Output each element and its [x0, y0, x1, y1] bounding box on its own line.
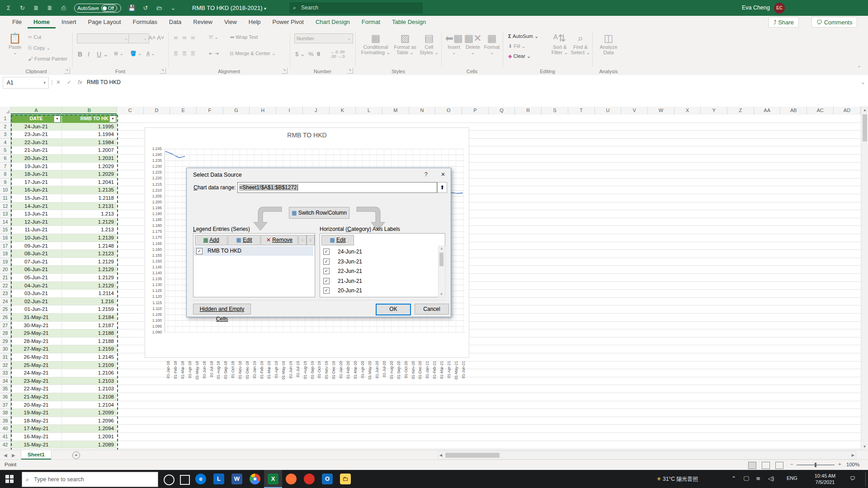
cell-value[interactable]: 1.2187 [62, 322, 117, 329]
row-header[interactable]: 27 [0, 322, 11, 330]
insert-cells-button[interactable]: ⬅▦Insert⌄ [445, 33, 463, 56]
row-header[interactable]: 32 [0, 361, 11, 370]
enter-entry-icon[interactable]: ✓ [64, 77, 74, 88]
row-header[interactable]: 29 [0, 338, 11, 346]
row-header[interactable]: 9 [0, 178, 11, 187]
cell-value[interactable]: 1.2184 [62, 314, 117, 321]
legend-entry-row[interactable]: ✓RMB TO HKD [194, 246, 313, 256]
print-preview-icon[interactable]: ⎙ [58, 0, 70, 16]
row-header[interactable]: 1 [0, 115, 11, 123]
cell-value[interactable]: 1.2114 [62, 290, 117, 297]
horizontal-scrollbar[interactable]: ◀ ▶ [438, 451, 856, 460]
cell-date[interactable]: 15-Jun-21 [11, 194, 62, 202]
row-header[interactable]: 8 [0, 170, 11, 178]
cell-value[interactable]: 1.2099 [62, 409, 117, 417]
collapse-dialog-icon[interactable]: ⬆ [437, 182, 447, 193]
row-header[interactable]: 38 [0, 409, 11, 417]
row-header[interactable]: 35 [0, 385, 11, 393]
cell-date[interactable]: 17-Jun-21 [11, 178, 62, 186]
cell-date[interactable]: 20-May-21 [11, 401, 62, 409]
word-icon[interactable]: W [231, 474, 242, 484]
cell-value[interactable]: 1.2188 [62, 338, 117, 345]
vertical-scrollbar[interactable]: ▲ ▼ [861, 107, 868, 450]
column-header-Q[interactable]: Q [489, 107, 515, 114]
cell-date[interactable]: 20-Jun-21 [11, 155, 62, 162]
row-header[interactable]: 30 [0, 345, 11, 353]
cell-date[interactable]: 03-Jun-21 [11, 290, 62, 297]
cell-value[interactable]: 1.2129 [62, 218, 117, 226]
tab-view[interactable]: View [218, 16, 243, 28]
dialog-help-icon[interactable]: ? [425, 171, 428, 178]
cell-date[interactable]: 23-May-21 [11, 377, 62, 385]
checkbox-icon[interactable]: ✓ [323, 249, 330, 255]
tab-power-pivot[interactable]: Power Pivot [267, 16, 310, 28]
filter-dropdown-icon[interactable]: ▼ [109, 116, 116, 122]
cell-date[interactable]: 06-Jun-21 [11, 266, 62, 273]
row-header[interactable]: 7 [0, 163, 11, 171]
row-header[interactable]: 42 [0, 441, 11, 449]
row-header[interactable]: 39 [0, 417, 11, 425]
merge-center-button[interactable]: ⊟ Merge & Center ⌄ [230, 51, 276, 56]
cell-value[interactable]: 1.1984 [62, 139, 117, 146]
column-header-I[interactable]: I [276, 107, 303, 114]
accounting-format-button[interactable]: $ ⌄ % 9 [295, 51, 320, 57]
zoom-slider[interactable] [797, 465, 835, 465]
fill-color-button[interactable]: 🪣 ⌄ [130, 51, 142, 56]
tab-page-layout[interactable]: Page Layout [82, 16, 127, 28]
cell-date[interactable]: 17-May-21 [11, 425, 62, 432]
share-button[interactable]: ⤴ Share [769, 17, 799, 28]
cell-date[interactable]: 26-May-21 [11, 353, 62, 361]
cell-value[interactable]: 1.2106 [62, 369, 117, 377]
row-header[interactable]: 4 [0, 139, 11, 147]
column-header-P[interactable]: P [462, 107, 489, 114]
cell-value[interactable]: 1.2091 [62, 433, 117, 441]
column-header-E[interactable]: E [170, 107, 197, 114]
dialog-launcher-icon[interactable]: ⇘ [160, 68, 166, 74]
copy-button[interactable]: ⎘ Copy ⌄ [28, 45, 51, 51]
number-format-combo[interactable]: Number⌄ [294, 33, 353, 43]
cell-value[interactable]: 1.2129 [62, 258, 117, 266]
blue-l-app-icon[interactable]: L [213, 474, 224, 484]
cell-value[interactable]: 1.2104 [62, 401, 117, 409]
cell-date[interactable]: 24-May-21 [11, 369, 62, 377]
cell-value[interactable]: 1.2029 [62, 170, 117, 178]
redo-circle-icon[interactable]: ↻ [16, 0, 28, 16]
hidden-icons-chevron-icon[interactable]: ⌃ [731, 475, 736, 482]
cell-value[interactable]: 1.2118 [62, 194, 117, 202]
file-explorer-icon[interactable]: 🗀 [340, 474, 351, 484]
row-header[interactable]: 25 [0, 305, 11, 314]
cortana-icon[interactable] [164, 474, 175, 485]
axis-label-row[interactable]: ✓23-Jun-21 [321, 257, 436, 267]
cell-date[interactable]: 28-May-21 [11, 338, 62, 345]
row-header[interactable]: 2 [0, 123, 11, 131]
cell-date[interactable]: 19-May-21 [11, 409, 62, 417]
language-indicator[interactable]: ENG [787, 475, 797, 481]
row-header[interactable]: 14 [0, 218, 11, 226]
row-header[interactable]: 15 [0, 226, 11, 234]
fill-button[interactable]: ⬇ Fill ⌄ [508, 43, 526, 49]
cell-value[interactable]: 1.213 [62, 226, 117, 234]
column-header-R[interactable]: R [515, 107, 542, 114]
checkbox-icon[interactable]: ✓ [196, 248, 203, 254]
chrome-icon[interactable] [250, 474, 260, 484]
row-header[interactable]: 24 [0, 298, 11, 306]
cell-date[interactable]: 27-May-21 [11, 345, 62, 353]
column-header-AB[interactable]: AB [781, 107, 807, 114]
excel-icon[interactable]: X [268, 474, 278, 484]
cell-value[interactable]: 1.216 [62, 298, 117, 305]
tab-data[interactable]: Data [163, 16, 187, 28]
cell-value[interactable]: 1.2041 [62, 178, 117, 186]
cell-value[interactable]: 1.2159 [62, 345, 117, 353]
vertical-align-buttons[interactable]: ⚌ ⚌ ⚌ [174, 34, 197, 40]
column-header-C[interactable]: C [117, 107, 144, 114]
cell-value[interactable]: 1.2007 [62, 146, 117, 154]
sort-filter-button[interactable]: ᴬ⇅Sort & Filter ⌄ [550, 33, 570, 56]
taskbar-search-input[interactable]: ⌕ Type here to search [22, 472, 158, 487]
autosave-toggle[interactable]: AutoSave Off [74, 4, 121, 13]
zoom-out-icon[interactable]: − [790, 461, 793, 467]
axis-list-scrollbar[interactable]: ∧ ∨ [438, 246, 445, 297]
cell-value[interactable]: 1.2031 [62, 155, 117, 162]
remove-series-button[interactable]: ✕ Remove [261, 235, 298, 245]
filter-dropdown-icon[interactable]: ▼ [54, 116, 61, 122]
wrap-text-button[interactable]: ⮨ Wrap Text [230, 34, 258, 40]
